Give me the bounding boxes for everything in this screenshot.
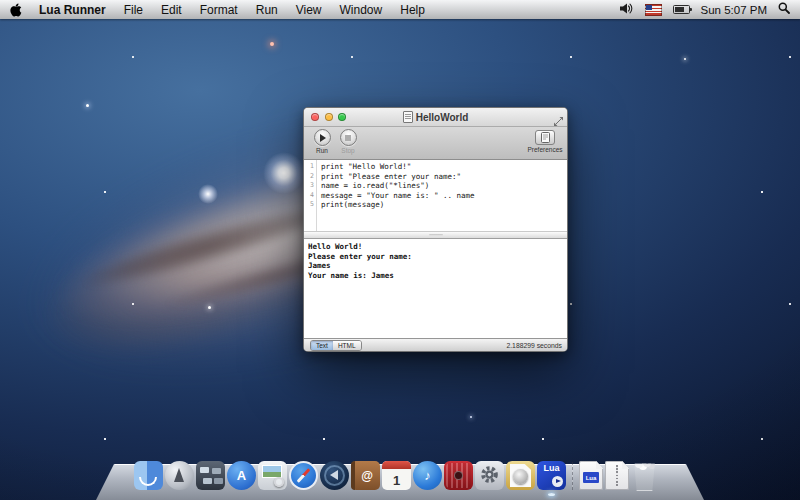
code-line: 2 print "Please enter your name:" [304, 172, 567, 182]
compass-needle [297, 468, 311, 483]
output-line: James [308, 261, 563, 271]
menu-window[interactable]: Window [331, 3, 392, 17]
dock-itunes-icon[interactable]: ♪ [413, 461, 442, 490]
dock-dvd-player-icon[interactable] [444, 461, 473, 490]
dock-search-utility-icon[interactable] [506, 461, 535, 490]
code-text: print "Please enter your name:" [316, 172, 461, 182]
close-button[interactable] [311, 113, 319, 121]
toolbar: Run Stop Preferences [304, 127, 567, 160]
dock: A @ 1 ♪ Lua Lua [96, 464, 704, 500]
run-button[interactable] [314, 129, 331, 146]
volume-icon[interactable] [620, 3, 634, 17]
dock-quicktime-icon[interactable] [320, 461, 349, 490]
code-line: 3 name = io.read("*lines") [304, 181, 567, 191]
menu-file[interactable]: File [115, 3, 152, 17]
calendar-day: 1 [382, 470, 411, 490]
code-line: 5 print(message) [304, 200, 567, 210]
apple-icon [10, 3, 22, 17]
menu-bar: Lua Runner File Edit Format Run View Win… [0, 0, 800, 19]
menu-help[interactable]: Help [391, 3, 434, 17]
music-note-glyph: ♪ [413, 461, 442, 490]
code-text: print "Hello World!" [316, 162, 411, 172]
output-pane[interactable]: Hello World! Please enter your name: Jam… [304, 239, 567, 338]
app-store-glyph: A [227, 461, 256, 490]
dock-safari-icon[interactable] [289, 461, 318, 490]
minimize-button[interactable] [325, 113, 333, 121]
code-text: message = "Your name is: " .. name [316, 191, 475, 201]
zoom-button[interactable] [338, 113, 346, 121]
dock-separator [572, 462, 573, 490]
output-line: Please enter your name: [308, 252, 563, 262]
line-number: 2 [304, 172, 316, 182]
tab-html[interactable]: HTML [333, 341, 361, 350]
menu-run[interactable]: Run [247, 3, 287, 17]
output-line: Hello World! [308, 242, 563, 252]
pane-splitter[interactable] [304, 231, 567, 239]
run-label: Run [310, 147, 334, 154]
document-proxy-icon [403, 111, 413, 123]
dock-mission-control-icon[interactable] [196, 461, 225, 490]
bottom-bar: Text HTML 2.188299 seconds [304, 338, 567, 351]
dock-address-book-icon[interactable]: @ [351, 461, 380, 490]
preferences-button-group: Preferences [527, 130, 563, 153]
run-button-group: Run [310, 129, 334, 154]
menu-bar-status: Sun 5:07 PM [620, 0, 800, 19]
at-glyph: @ [351, 461, 380, 490]
helloworld-window: HelloWorld Run Stop Preferences 1 print … [303, 107, 568, 352]
line-number: 5 [304, 200, 316, 210]
menu-bar-left: Lua Runner File Edit Format Run View Win… [0, 0, 434, 19]
line-number: 3 [304, 181, 316, 191]
apple-menu[interactable] [0, 0, 30, 19]
line-number: 4 [304, 191, 316, 201]
play-badge [552, 476, 563, 487]
dock-system-preferences-icon[interactable] [475, 461, 504, 490]
dock-finder-icon[interactable] [134, 461, 163, 490]
lua-doc-label: Lua [583, 472, 599, 483]
title-wrap: HelloWorld [403, 111, 469, 123]
code-editor[interactable]: 1 print "Hello World!" 2 print "Please e… [304, 160, 567, 231]
gear-icon [476, 462, 503, 489]
menu-edit[interactable]: Edit [152, 3, 191, 17]
stop-button[interactable] [340, 129, 357, 146]
running-indicator [548, 493, 555, 496]
line-number: 1 [304, 162, 316, 172]
spotlight-icon[interactable] [778, 2, 790, 17]
dock-trash-icon[interactable] [631, 462, 658, 491]
traffic-lights [311, 113, 346, 121]
code-line: 4 message = "Your name is: " .. name [304, 191, 567, 201]
stop-button-group: Stop [336, 129, 360, 154]
stop-icon [345, 135, 351, 141]
code-text: print(message) [316, 200, 384, 210]
battery-icon[interactable] [673, 5, 690, 14]
preferences-label: Preferences [527, 146, 563, 153]
window-title: HelloWorld [416, 112, 469, 123]
dock-zip-document-icon[interactable] [605, 461, 629, 490]
dock-ical-icon[interactable]: 1 [382, 461, 411, 490]
mini-windows [200, 467, 209, 473]
title-bar[interactable]: HelloWorld [304, 108, 567, 127]
splitter-grip [429, 234, 443, 237]
preferences-icon [541, 132, 550, 143]
menu-app-name[interactable]: Lua Runner [30, 3, 115, 17]
menu-bar-clock[interactable]: Sun 5:07 PM [701, 4, 767, 16]
output-mode-segmented-control: Text HTML [310, 340, 362, 351]
dock-lua-runner-icon[interactable]: Lua [537, 461, 566, 490]
code-text: name = io.read("*lines") [316, 181, 429, 191]
dock-app-store-icon[interactable]: A [227, 461, 256, 490]
output-line: Your name is: James [308, 271, 563, 281]
play-icon [320, 134, 326, 142]
menu-view[interactable]: View [287, 3, 331, 17]
keyboard-flag-icon[interactable] [645, 4, 662, 16]
lua-label: Lua [537, 463, 566, 473]
tab-text[interactable]: Text [311, 341, 333, 350]
dock-preview-icon[interactable] [258, 461, 287, 490]
menu-format[interactable]: Format [191, 3, 247, 17]
elapsed-time: 2.188299 seconds [506, 342, 562, 349]
preferences-button[interactable] [535, 130, 555, 145]
dock-lua-document-icon[interactable]: Lua [579, 461, 603, 490]
dock-items: A @ 1 ♪ Lua Lua [134, 461, 658, 491]
code-line: 1 print "Hello World!" [304, 162, 567, 172]
stop-label: Stop [336, 147, 360, 154]
dock-launchpad-icon[interactable] [165, 461, 194, 490]
